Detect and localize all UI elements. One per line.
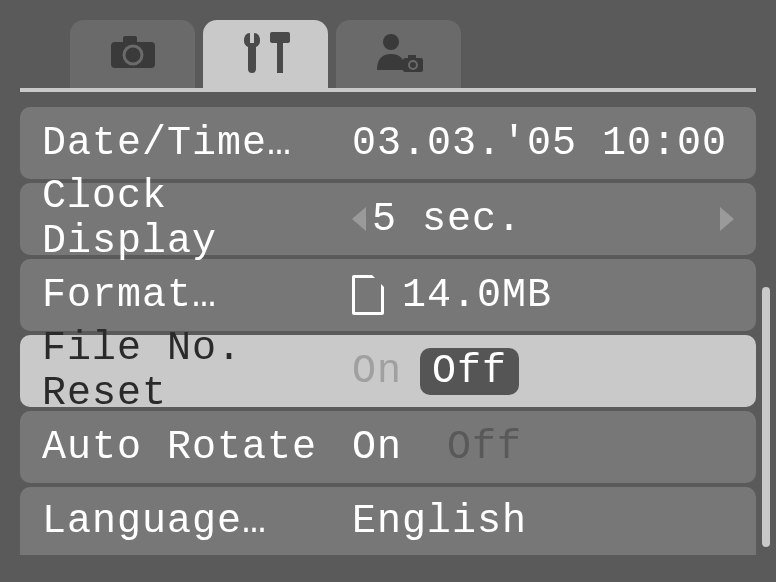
toggle-on-label: On: [352, 349, 402, 394]
toggle-off-label: Off: [420, 348, 519, 395]
toggle-value: On Off: [352, 425, 522, 470]
svg-rect-1: [123, 36, 137, 44]
toggle-value: On Off: [352, 348, 519, 395]
menu-value: 14.0MB: [402, 273, 552, 318]
chevron-right-icon: [720, 207, 734, 231]
menu-label: Clock Display: [42, 174, 352, 264]
menu-label: File No. Reset: [42, 326, 352, 416]
menu-item-date-time[interactable]: Date/Time… 03.03.'05 10:00: [20, 107, 756, 179]
menu-item-auto-rotate[interactable]: Auto Rotate On Off: [20, 411, 756, 483]
settings-menu: Date/Time… 03.03.'05 10:00 Clock Display…: [0, 92, 776, 555]
menu-item-clock-display[interactable]: Clock Display 5 sec.: [20, 183, 756, 255]
tab-bar: [20, 0, 756, 92]
menu-value: 03.03.'05 10:00: [352, 121, 727, 166]
menu-item-file-no-reset[interactable]: File No. Reset On Off: [20, 335, 756, 407]
tab-user[interactable]: [336, 20, 461, 88]
menu-label: Format…: [42, 273, 352, 318]
toggle-off-label: Off: [447, 425, 522, 470]
document-icon: [352, 275, 384, 315]
tools-icon: [236, 27, 296, 82]
menu-value: English: [352, 499, 527, 544]
scrollbar[interactable]: [762, 287, 770, 547]
tab-setup[interactable]: [203, 20, 328, 88]
svg-rect-4: [277, 43, 283, 73]
menu-label: Auto Rotate: [42, 425, 352, 470]
menu-value: 5 sec.: [372, 197, 522, 242]
menu-item-language[interactable]: Language… English: [20, 487, 756, 555]
svg-rect-7: [408, 55, 416, 59]
chevron-left-icon: [352, 207, 366, 231]
toggle-on-label: On: [352, 425, 402, 470]
person-camera-icon: [373, 30, 425, 79]
camera-icon: [109, 34, 157, 75]
menu-label: Date/Time…: [42, 121, 352, 166]
menu-label: Language…: [42, 499, 352, 544]
svg-rect-3: [270, 32, 290, 43]
svg-point-5: [383, 34, 399, 50]
tab-camera[interactable]: [70, 20, 195, 88]
menu-item-format[interactable]: Format… 14.0MB: [20, 259, 756, 331]
